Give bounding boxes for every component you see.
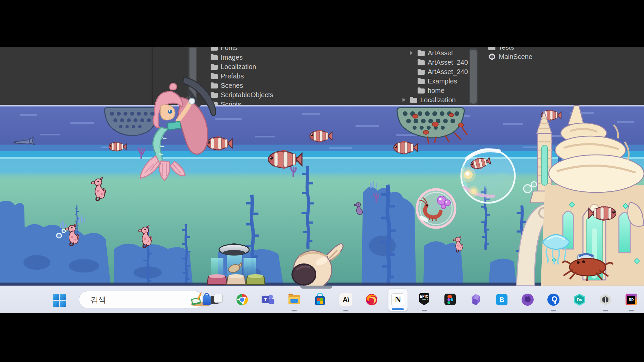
search-input[interactable] <box>90 295 191 305</box>
taskbar-item-obsidian[interactable] <box>467 286 485 313</box>
folder-row[interactable]: Images <box>211 53 243 62</box>
taskbar-item-github-desktop[interactable] <box>518 286 537 313</box>
seahorse <box>91 177 105 200</box>
file-explorer-icon <box>288 293 301 306</box>
teams-icon: T <box>262 293 274 306</box>
folder-icon <box>418 79 425 84</box>
torpedo-fish <box>12 137 34 144</box>
expand-arrow-icon[interactable] <box>410 51 413 55</box>
blogger-icon: B <box>495 293 508 306</box>
taskbar-search[interactable] <box>79 291 204 308</box>
running-indicator <box>603 310 608 311</box>
folder-row[interactable]: Tests <box>488 47 514 52</box>
scene-row[interactable]: MainScene <box>488 52 532 61</box>
window-handle-tab <box>300 286 332 289</box>
folder-label: Images <box>221 54 243 61</box>
folder-icon <box>211 65 218 70</box>
obsidian-icon <box>470 293 482 306</box>
running-indicator <box>291 310 297 311</box>
desktop-screen: Fonts Images Localization Prefabs Scenes… <box>0 0 644 362</box>
clownfish <box>310 130 332 142</box>
folder-list-artassets: ArtAsset ArtAsset_240 ArtAsset_240 Examp… <box>401 47 470 105</box>
taskbar-item-task-view[interactable] <box>207 286 226 313</box>
folder-label: Fonts <box>221 47 237 52</box>
mermaid-fins <box>140 156 185 180</box>
spiral-shell <box>292 244 343 286</box>
keyhole-icon <box>547 293 560 306</box>
folder-row[interactable]: ArtAsset_240 <box>410 67 468 76</box>
vertical-scrollbar[interactable] <box>469 48 478 105</box>
figma-icon <box>444 293 457 306</box>
notion-icon: N <box>391 293 404 306</box>
unity-icon <box>599 293 612 306</box>
folder-label: ScriptableObjects <box>221 91 273 99</box>
folder-icon <box>418 60 425 65</box>
taskbar-item-devtoys[interactable]: Dv <box>570 286 589 313</box>
folder-icon <box>211 47 218 51</box>
taskbar-item-chrome[interactable] <box>233 286 252 313</box>
taskbar-item-file-explorer[interactable] <box>285 286 304 313</box>
folder-row[interactable]: Localization <box>211 62 256 71</box>
taskbar-item-unity[interactable] <box>596 286 615 313</box>
folder-icon <box>418 88 425 94</box>
taskbar-item-rider[interactable]: RD <box>622 286 641 313</box>
folder-icon <box>418 70 425 75</box>
task-view-icon <box>210 293 223 306</box>
running-indicator <box>551 310 556 311</box>
firefox-icon <box>365 293 378 306</box>
folder-list-scene: Tests MainScene <box>488 47 589 105</box>
devtoys-icon: Dv <box>573 293 586 306</box>
folder-icon <box>211 55 218 60</box>
folder-row[interactable]: Fonts <box>211 47 237 52</box>
taskbar-icons: T A\ N EPICGAMES <box>207 286 641 313</box>
folder-icon <box>488 47 495 50</box>
rider-icon: RD <box>625 293 638 306</box>
folder-icon <box>410 98 417 103</box>
folder-label: Localization <box>420 96 456 104</box>
folder-row[interactable]: ArtAsset_240 <box>410 58 468 67</box>
purple-sprig <box>291 167 296 177</box>
running-indicator <box>629 310 634 311</box>
taskbar-item-epic-games[interactable]: EPICGAMES <box>415 286 434 313</box>
taskbar-item-claude[interactable]: A\ <box>336 286 355 313</box>
seahorse <box>139 225 152 247</box>
purple-seahorse <box>354 202 363 215</box>
active-indicator <box>392 308 404 310</box>
folder-row[interactable]: Localization <box>402 96 456 104</box>
folder-row[interactable]: Examples <box>410 77 457 85</box>
taskbar-item-1password[interactable] <box>544 286 563 313</box>
folder-row[interactable]: ArtAsset <box>410 49 453 57</box>
folder-label: home <box>428 87 444 95</box>
taskbar-item-teams[interactable]: T <box>259 286 277 313</box>
chrome-icon <box>236 293 249 306</box>
taskbar-item-blogger[interactable]: B <box>492 286 511 313</box>
mermaid-character <box>127 74 228 184</box>
folder-label: ArtAsset_240 <box>428 68 468 76</box>
clownfish <box>268 150 302 169</box>
start-button[interactable] <box>53 294 66 307</box>
running-indicator <box>422 310 427 311</box>
woven-basket-with-crabs <box>397 108 467 143</box>
expand-arrow-icon[interactable] <box>402 98 406 102</box>
folder-row[interactable]: home <box>410 86 444 95</box>
game-window-underwater[interactable] <box>0 105 644 286</box>
taskbar-item-firefox[interactable] <box>362 286 381 313</box>
microsoft-store-icon <box>314 293 326 306</box>
rock-tufts <box>60 181 376 228</box>
bubble-with-clownfish <box>461 149 515 203</box>
taskbar-item-microsoft-store[interactable] <box>311 286 329 313</box>
claude-icon: A\ <box>339 293 352 306</box>
taskbar: T A\ N EPICGAMES <box>0 286 644 313</box>
folder-label: ArtAsset <box>428 49 453 57</box>
kelp <box>302 166 314 249</box>
epic-games-icon: EPICGAMES <box>418 293 431 306</box>
folder-label: ArtAsset_240 <box>428 59 468 66</box>
taskbar-item-notion[interactable]: N <box>388 288 408 311</box>
taskbar-item-figma[interactable] <box>441 286 460 313</box>
clownfish <box>109 142 126 152</box>
running-indicator <box>343 310 348 311</box>
bubble-with-shrimp <box>417 189 455 228</box>
unity-project-panel[interactable]: Fonts Images Localization Prefabs Scenes… <box>0 47 644 105</box>
unity-scene-icon <box>488 53 496 60</box>
folder-label: Examples <box>428 77 457 85</box>
